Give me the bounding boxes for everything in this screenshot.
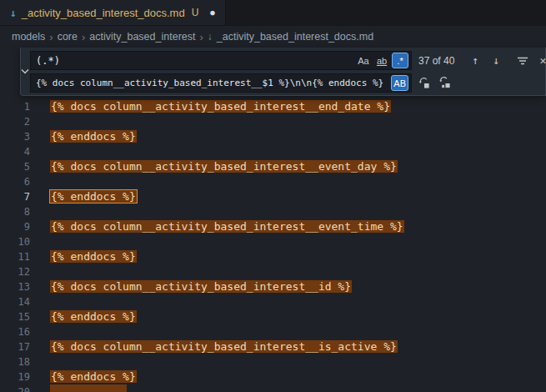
replace-button[interactable]: [415, 74, 433, 92]
replace-all-button[interactable]: [436, 74, 453, 92]
line-content: {% docs column__activity_based_interest_…: [50, 279, 352, 294]
find-in-selection-button[interactable]: [513, 52, 531, 69]
line-content: [50, 384, 127, 392]
line-number: 20: [0, 386, 30, 392]
breadcrumb-item-filename[interactable]: _activity_based_interest_docs.md: [217, 31, 373, 43]
editor-line[interactable]: 17{% docs column__activity_based_interes…: [0, 339, 546, 354]
find-match: {% docs column__activity_based_interest_…: [50, 220, 404, 233]
toggle-replace-button[interactable]: [21, 48, 30, 95]
tab-bar: ↓ _activity_based_interest_docs.md U ●: [0, 0, 546, 26]
line-number: 4: [0, 146, 30, 158]
editor-line[interactable]: 16: [0, 324, 546, 339]
line-number: 6: [0, 176, 30, 188]
vscode-window: ↓ _activity_based_interest_docs.md U ● m…: [0, 0, 546, 392]
partial-find-match: [50, 384, 127, 392]
find-options: Aa ab .*: [355, 53, 408, 68]
replace-input[interactable]: {% docs column__activity_based_interest_…: [30, 73, 412, 93]
line-number: 5: [0, 161, 30, 173]
line-number: 11: [0, 251, 30, 263]
editor-pane: (.*) Aa ab .* 37 of 40 ↑ ↓ ✕: [0, 48, 546, 392]
line-number: 17: [0, 341, 30, 353]
editor-line[interactable]: 5{% docs column__activity_based_interest…: [0, 159, 546, 174]
find-input[interactable]: (.*) Aa ab .*: [30, 51, 412, 70]
editor-line[interactable]: 9{% docs column__activity_based_interest…: [0, 219, 546, 234]
find-match: {% docs column__activity_based_interest_…: [50, 100, 391, 113]
line-content: {% docs column__activity_based_interest_…: [50, 339, 398, 354]
line-number: 10: [0, 236, 30, 248]
editor-line[interactable]: 2: [0, 114, 546, 129]
find-match: {% enddocs %}: [50, 310, 137, 323]
find-replace-widget: (.*) Aa ab .* 37 of 40 ↑ ↓ ✕: [20, 48, 546, 96]
line-content: {% docs column__activity_based_interest_…: [50, 219, 404, 234]
line-number: 18: [0, 356, 30, 368]
chevron-right-icon: ›: [199, 31, 203, 43]
find-match: {% docs column__activity_based_interest_…: [50, 340, 398, 353]
editor-line[interactable]: 3{% enddocs %}: [0, 129, 546, 144]
whole-word-toggle[interactable]: ab: [373, 53, 390, 68]
line-number: 16: [0, 326, 30, 338]
editor-line[interactable]: 6: [0, 174, 546, 189]
breadcrumb-item-activity-based-interest[interactable]: activity_based_interest: [89, 31, 195, 43]
current-find-match: {% enddocs %}: [50, 190, 137, 203]
close-button[interactable]: ✕: [534, 52, 546, 69]
find-row: (.*) Aa ab .* 37 of 40 ↑ ↓ ✕: [30, 51, 546, 70]
find-match: {% enddocs %}: [50, 130, 137, 143]
find-match: {% enddocs %}: [50, 250, 137, 263]
editor-line[interactable]: 18: [0, 354, 546, 369]
line-content: {% enddocs %}: [50, 129, 137, 144]
match-case-toggle[interactable]: Aa: [355, 53, 372, 68]
editor-line[interactable]: 10: [0, 234, 546, 249]
editor-line[interactable]: 7{% enddocs %}: [0, 189, 546, 204]
markdown-file-icon: ↓: [208, 31, 213, 43]
find-match: {% docs column__activity_based_interest_…: [50, 280, 352, 293]
editor-content[interactable]: 1{% docs column__activity_based_interest…: [0, 48, 546, 392]
line-number: 13: [0, 281, 30, 293]
line-content: {% enddocs %}: [50, 309, 137, 324]
editor-line[interactable]: 15{% enddocs %}: [0, 309, 546, 324]
find-match: {% enddocs %}: [50, 370, 137, 383]
find-query-text: (.*): [36, 55, 352, 67]
preserve-case-toggle[interactable]: AB: [391, 75, 408, 91]
editor-line[interactable]: 11{% enddocs %}: [0, 249, 546, 264]
editor-line[interactable]: 4: [0, 144, 546, 159]
replace-value-text: {% docs column__activity_based_interest_…: [36, 78, 388, 88]
editor-line[interactable]: 1{% docs column__activity_based_interest…: [0, 99, 546, 114]
editor-line[interactable]: 20: [0, 384, 546, 392]
git-status-badge: U: [192, 7, 199, 18]
line-number: 19: [0, 371, 30, 383]
find-widget-rows: (.*) Aa ab .* 37 of 40 ↑ ↓ ✕: [30, 48, 546, 95]
tab-label: _activity_based_interest_docs.md: [22, 7, 185, 19]
line-number: 8: [0, 206, 30, 218]
chevron-right-icon: ›: [82, 31, 85, 43]
regex-toggle[interactable]: .*: [392, 53, 408, 68]
breadcrumb-item-core[interactable]: core: [58, 31, 78, 43]
tab-activity-docs[interactable]: ↓ _activity_based_interest_docs.md U ●: [0, 0, 226, 25]
chevron-right-icon: ›: [49, 31, 53, 43]
line-content: {% docs column__activity_based_interest_…: [50, 99, 391, 114]
line-content: {% docs column__activity_based_interest_…: [50, 159, 398, 174]
chevron-down-icon: [21, 68, 29, 74]
markdown-file-icon: ↓: [10, 7, 17, 19]
editor-line[interactable]: 8: [0, 204, 546, 219]
unsaved-changes-dot[interactable]: ●: [210, 8, 214, 17]
editor-line[interactable]: 19{% enddocs %}: [0, 369, 546, 384]
line-content: {% enddocs %}: [50, 249, 137, 264]
find-results-count: 37 of 40: [415, 55, 463, 67]
previous-match-button[interactable]: ↑: [467, 52, 484, 69]
replace-options: AB: [391, 75, 408, 91]
next-match-button[interactable]: ↓: [488, 52, 505, 69]
editor-line[interactable]: 13{% docs column__activity_based_interes…: [0, 279, 546, 294]
line-number: 14: [0, 296, 30, 308]
line-number: 3: [0, 131, 30, 143]
breadcrumb-item-models[interactable]: models: [12, 31, 45, 43]
line-number: 15: [0, 311, 30, 323]
find-match: {% docs column__activity_based_interest_…: [50, 160, 398, 173]
editor-line[interactable]: 14: [0, 294, 546, 309]
line-number: 12: [0, 266, 30, 278]
line-number: 7: [0, 191, 30, 203]
line-number: 1: [0, 101, 30, 113]
editor-line[interactable]: 12: [0, 264, 546, 279]
line-number: 9: [0, 221, 30, 233]
line-number: 2: [0, 116, 30, 128]
breadcrumb: models › core › activity_based_interest …: [0, 26, 546, 48]
